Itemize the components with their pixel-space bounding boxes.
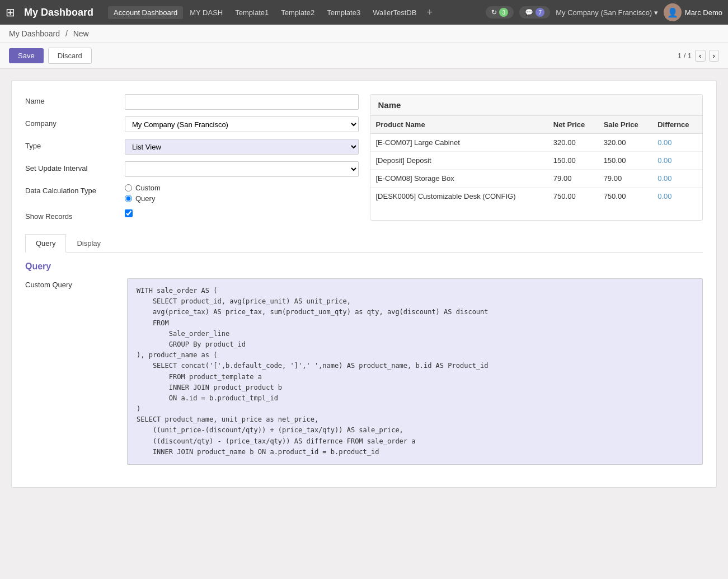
tab-query[interactable]: Query xyxy=(25,234,66,253)
cell-sale: 150.00 xyxy=(598,152,652,170)
data-calc-field: Custom Query xyxy=(125,184,359,203)
nav-item-template1[interactable]: Template1 xyxy=(229,6,274,19)
cell-net: 750.00 xyxy=(548,188,598,206)
col-difference: Differnce xyxy=(652,116,702,134)
form-card: Name Company My Company (San Francisco) … xyxy=(11,80,717,488)
nav-item-template2[interactable]: Template2 xyxy=(275,6,320,19)
company-field: My Company (San Francisco) xyxy=(125,116,359,132)
radio-query-input[interactable] xyxy=(125,195,132,202)
preview-table: Product Name Net Price Sale Price Differ… xyxy=(370,116,703,205)
cell-product: [Deposit] Deposit xyxy=(370,152,548,170)
col-sale-price: Sale Price xyxy=(598,116,652,134)
top-navigation: ⊞ My Dashboard Account Dashboard MY DASH… xyxy=(0,0,728,25)
custom-query-code[interactable]: WITH sale_order AS ( SELECT product_id, … xyxy=(127,278,703,465)
type-select[interactable]: List View xyxy=(125,139,359,155)
type-label: Type xyxy=(25,139,120,150)
nav-right-section: ↻ 3 💬 7 My Company (San Francisco) ▾ 👤 M… xyxy=(486,3,722,21)
name-field xyxy=(125,94,359,110)
nav-item-my-dash[interactable]: MY DASH xyxy=(184,6,228,19)
breadcrumb-current: New xyxy=(73,29,89,38)
chat-icon: 💬 xyxy=(525,8,533,16)
radio-query-label: Query xyxy=(135,194,155,203)
pager: 1 / 1 ‹ › xyxy=(678,50,719,62)
radio-custom-row: Custom xyxy=(125,184,359,192)
preview-title: Name xyxy=(370,95,703,116)
avatar: 👤 xyxy=(664,3,682,21)
radio-custom-label: Custom xyxy=(135,184,161,192)
query-row: Custom Query WITH sale_order AS ( SELECT… xyxy=(25,278,703,465)
chat-count: 7 xyxy=(536,8,544,17)
company-select[interactable]: My Company (San Francisco) xyxy=(125,116,359,132)
notifications-count: 3 xyxy=(499,8,508,17)
table-row: [Deposit] Deposit 150.00 150.00 0.00 xyxy=(370,152,703,170)
breadcrumb: My Dashboard / New xyxy=(0,25,728,43)
field-data-calc-row: Data Calculation Type Custom Query xyxy=(25,184,359,203)
field-company-row: Company My Company (San Francisco) xyxy=(25,116,359,132)
radio-custom-input[interactable] xyxy=(125,184,132,192)
table-row: [E-COM08] Storage Box 79.00 79.00 0.00 xyxy=(370,170,703,188)
form-grid: Name Company My Company (San Francisco) … xyxy=(25,94,703,221)
nav-item-template3[interactable]: Template3 xyxy=(321,6,366,19)
cell-net: 79.00 xyxy=(548,170,598,188)
app-title: My Dashboard xyxy=(24,7,93,18)
company-label: Company xyxy=(25,116,120,128)
tab-display[interactable]: Display xyxy=(66,234,111,253)
cell-sale: 750.00 xyxy=(598,188,652,206)
toolbar: Save Discard 1 / 1 ‹ › xyxy=(0,43,728,69)
save-button[interactable]: Save xyxy=(9,48,44,63)
pager-prev-button[interactable]: ‹ xyxy=(695,50,705,62)
pager-next-button[interactable]: › xyxy=(709,50,719,62)
preview-table-wrapper[interactable]: Product Name Net Price Sale Price Differ… xyxy=(370,116,703,205)
field-update-interval-row: Set Update Interval xyxy=(25,161,359,177)
update-interval-select[interactable] xyxy=(125,161,359,177)
preview-panel: Name Product Name Net Price Sale Price D… xyxy=(370,94,703,221)
pager-info: 1 / 1 xyxy=(678,52,692,60)
show-records-checkbox[interactable] xyxy=(125,209,133,217)
cell-diff: 0.00 xyxy=(652,170,702,188)
radio-query-row: Query xyxy=(125,194,359,203)
tabs-bar: Query Display xyxy=(25,234,703,253)
update-interval-field xyxy=(125,161,359,177)
app-logo-icon[interactable]: ⊞ xyxy=(6,6,15,19)
name-input[interactable] xyxy=(125,94,359,110)
cell-sale: 79.00 xyxy=(598,170,652,188)
notifications-badge[interactable]: ↻ 3 xyxy=(486,6,514,18)
chat-badge[interactable]: 💬 7 xyxy=(519,6,550,18)
cell-diff: 0.00 xyxy=(652,134,702,152)
add-tab-button[interactable]: + xyxy=(423,7,436,18)
field-name-row: Name xyxy=(25,94,359,110)
breadcrumb-separator: / xyxy=(65,29,68,38)
query-section: Query Custom Query WITH sale_order AS ( … xyxy=(25,253,703,474)
table-row: [E-COM07] Large Cabinet 320.00 320.00 0.… xyxy=(370,134,703,152)
custom-query-label: Custom Query xyxy=(25,278,120,465)
col-product-name: Product Name xyxy=(370,116,548,134)
update-interval-label: Set Update Interval xyxy=(25,161,120,172)
username-label: Marc Demo xyxy=(685,8,722,17)
cell-diff: 0.00 xyxy=(652,152,702,170)
show-records-label: Show Records xyxy=(25,209,120,221)
cell-net: 150.00 xyxy=(548,152,598,170)
data-calc-label: Data Calculation Type xyxy=(25,184,120,195)
user-menu[interactable]: 👤 Marc Demo xyxy=(664,3,722,21)
company-selector[interactable]: My Company (San Francisco) ▾ xyxy=(556,8,658,17)
cell-sale: 320.00 xyxy=(598,134,652,152)
field-type-row: Type List View xyxy=(25,139,359,155)
cell-net: 320.00 xyxy=(548,134,598,152)
nav-menu: Account Dashboard MY DASH Template1 Temp… xyxy=(108,6,480,19)
cell-product: [E-COM07] Large Cabinet xyxy=(370,134,548,152)
nav-item-account-dashboard[interactable]: Account Dashboard xyxy=(108,6,183,19)
name-label: Name xyxy=(25,94,120,105)
breadcrumb-parent[interactable]: My Dashboard xyxy=(9,29,60,38)
cell-product: [E-COM08] Storage Box xyxy=(370,170,548,188)
cell-product: [DESK0005] Customizable Desk (CONFIG) xyxy=(370,188,548,206)
show-records-field xyxy=(125,209,359,219)
query-section-title: Query xyxy=(25,262,703,272)
refresh-icon: ↻ xyxy=(491,8,497,16)
nav-item-wallertestdb[interactable]: WallerTestDB xyxy=(367,6,422,19)
table-row: [DESK0005] Customizable Desk (CONFIG) 75… xyxy=(370,188,703,206)
table-header-row: Product Name Net Price Sale Price Differ… xyxy=(370,116,703,134)
discard-button[interactable]: Discard xyxy=(48,48,92,64)
col-net-price: Net Price xyxy=(548,116,598,134)
main-content: Name Company My Company (San Francisco) … xyxy=(0,69,728,499)
type-field: List View xyxy=(125,139,359,155)
